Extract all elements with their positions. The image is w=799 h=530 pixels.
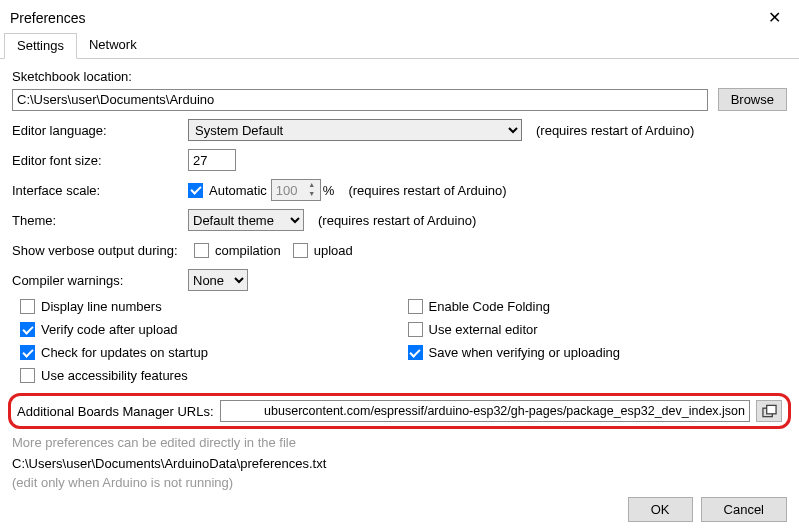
accessibility-checkbox[interactable]: [20, 368, 35, 383]
editor-language-label: Editor language:: [12, 123, 188, 138]
edit-note: (edit only when Arduino is not running): [12, 475, 787, 490]
save-upload-checkbox[interactable]: [408, 345, 423, 360]
editor-language-select[interactable]: System Default: [188, 119, 522, 141]
lang-hint: (requires restart of Arduino): [536, 123, 694, 138]
upload-checkbox[interactable]: [293, 243, 308, 258]
tab-settings[interactable]: Settings: [4, 33, 77, 59]
scale-value-input: 100 ▲▼: [271, 179, 321, 201]
warnings-label: Compiler warnings:: [12, 273, 188, 288]
compilation-checkbox[interactable]: [194, 243, 209, 258]
compilation-label: compilation: [215, 243, 281, 258]
pref-path: C:\Users\user\Documents\ArduinoData\pref…: [12, 456, 787, 471]
verbose-label: Show verbose output during:: [12, 243, 194, 258]
upload-label: upload: [314, 243, 353, 258]
check-updates-label: Check for updates on startup: [41, 345, 208, 360]
sketchbook-label: Sketchbook location:: [12, 69, 787, 84]
save-upload-label: Save when verifying or uploading: [429, 345, 621, 360]
code-folding-label: Enable Code Folding: [429, 299, 550, 314]
font-size-label: Editor font size:: [12, 153, 188, 168]
tab-network[interactable]: Network: [77, 33, 149, 58]
external-editor-checkbox[interactable]: [408, 322, 423, 337]
browse-button[interactable]: Browse: [718, 88, 787, 111]
boards-urls-input[interactable]: [220, 400, 750, 422]
more-pref-text: More preferences can be edited directly …: [12, 435, 787, 450]
warnings-select[interactable]: None: [188, 269, 248, 291]
open-urls-button[interactable]: [756, 400, 782, 422]
chevron-up-icon[interactable]: ▲: [305, 181, 319, 190]
window-icon: [762, 404, 777, 418]
svg-rect-1: [766, 405, 775, 413]
automatic-label: Automatic: [209, 183, 267, 198]
close-icon[interactable]: ✕: [760, 6, 789, 29]
verify-code-label: Verify code after upload: [41, 322, 178, 337]
font-size-input[interactable]: [188, 149, 236, 171]
chevron-down-icon[interactable]: ▼: [305, 190, 319, 199]
line-numbers-checkbox[interactable]: [20, 299, 35, 314]
external-editor-label: Use external editor: [429, 322, 538, 337]
percent-label: %: [323, 183, 335, 198]
ok-button[interactable]: OK: [628, 497, 693, 522]
check-updates-checkbox[interactable]: [20, 345, 35, 360]
code-folding-checkbox[interactable]: [408, 299, 423, 314]
scale-hint: (requires restart of Arduino): [348, 183, 506, 198]
boards-urls-label: Additional Boards Manager URLs:: [17, 404, 214, 419]
theme-hint: (requires restart of Arduino): [318, 213, 476, 228]
interface-scale-label: Interface scale:: [12, 183, 188, 198]
automatic-checkbox[interactable]: [188, 183, 203, 198]
sketchbook-input[interactable]: [12, 89, 708, 111]
line-numbers-label: Display line numbers: [41, 299, 162, 314]
window-title: Preferences: [10, 10, 85, 26]
theme-select[interactable]: Default theme: [188, 209, 304, 231]
accessibility-label: Use accessibility features: [41, 368, 188, 383]
boards-urls-highlight: Additional Boards Manager URLs:: [8, 393, 791, 429]
cancel-button[interactable]: Cancel: [701, 497, 787, 522]
theme-label: Theme:: [12, 213, 188, 228]
verify-code-checkbox[interactable]: [20, 322, 35, 337]
